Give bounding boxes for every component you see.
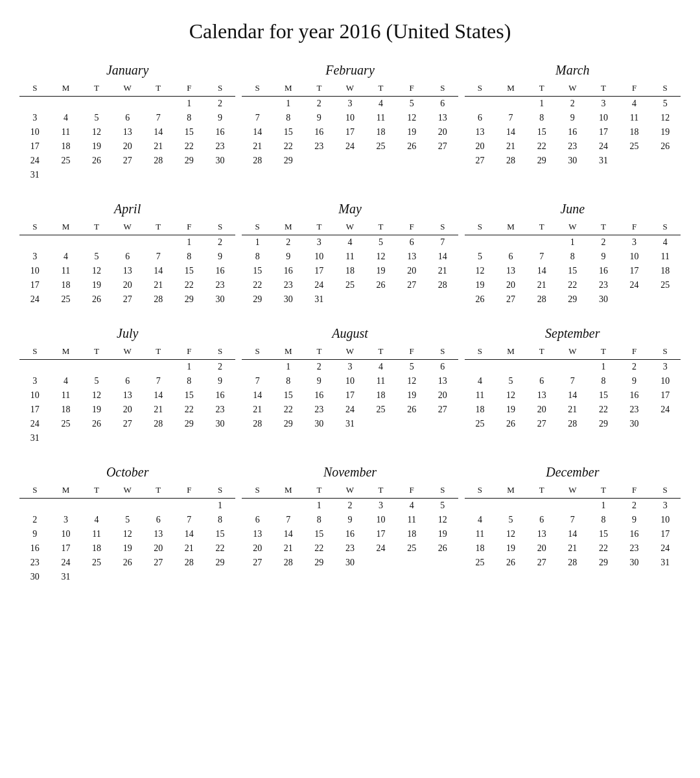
day-cell: 20	[396, 264, 427, 278]
day-cell	[112, 168, 143, 182]
day-cell	[526, 235, 557, 250]
day-cell	[51, 431, 82, 445]
table-row: 891011121314	[242, 250, 458, 264]
table-row: 123	[465, 360, 681, 375]
day-cell: 25	[465, 556, 496, 570]
table-row: 20212223242526	[242, 541, 458, 556]
day-cell: 11	[51, 125, 82, 139]
day-header: S	[205, 220, 236, 235]
day-cell: 19	[81, 278, 112, 292]
day-cell: 27	[112, 292, 143, 307]
day-cell: 8	[174, 111, 205, 125]
day-header: S	[242, 484, 273, 499]
month-title: August	[242, 326, 458, 341]
day-cell: 26	[81, 154, 112, 168]
day-cell: 23	[304, 403, 335, 417]
day-cell: 15	[273, 125, 304, 139]
month-title: November	[242, 465, 458, 480]
day-cell: 1	[588, 360, 619, 375]
day-cell: 20	[112, 278, 143, 292]
day-cell	[465, 97, 496, 112]
day-cell: 8	[273, 374, 304, 388]
day-cell: 16	[304, 125, 335, 139]
day-cell: 7	[143, 111, 174, 125]
day-cell: 21	[242, 139, 273, 154]
day-cell: 26	[649, 139, 681, 154]
table-row: 10111213141516	[19, 388, 235, 403]
day-cell: 18	[81, 541, 112, 556]
day-header: W	[112, 220, 143, 235]
day-cell: 24	[334, 403, 366, 417]
table-row: 12345	[242, 499, 458, 513]
day-header: M	[51, 220, 82, 235]
day-cell: 18	[396, 527, 427, 541]
day-cell	[465, 360, 496, 375]
day-cell: 10	[51, 527, 82, 541]
day-header: T	[81, 82, 112, 97]
day-cell: 30	[19, 570, 51, 584]
day-header: T	[366, 484, 397, 499]
month-title: June	[465, 202, 681, 217]
day-cell: 2	[619, 499, 650, 513]
day-cell: 16	[619, 388, 650, 403]
day-cell: 18	[334, 264, 366, 278]
day-cell: 26	[112, 556, 143, 570]
day-cell	[465, 235, 496, 250]
month-title: May	[242, 202, 458, 217]
day-header: F	[174, 484, 205, 499]
day-cell: 22	[588, 403, 619, 417]
month-title: October	[19, 465, 235, 480]
table-row: 24252627282930	[19, 417, 235, 431]
day-cell: 9	[273, 250, 304, 264]
day-cell: 4	[366, 360, 397, 375]
day-cell: 18	[465, 403, 496, 417]
day-cell: 5	[81, 111, 112, 125]
day-cell: 7	[273, 513, 304, 527]
table-row: 2728293031	[465, 154, 681, 168]
day-header: T	[526, 484, 557, 499]
day-cell	[19, 97, 51, 112]
table-row: 3456789	[19, 374, 235, 388]
day-cell: 4	[366, 97, 397, 112]
day-cell: 8	[174, 250, 205, 264]
day-cell: 1	[557, 235, 588, 250]
day-cell: 17	[588, 125, 619, 139]
day-header: M	[51, 484, 82, 499]
day-cell: 18	[51, 403, 82, 417]
day-cell: 16	[205, 125, 236, 139]
day-cell	[495, 360, 526, 375]
day-cell: 7	[143, 374, 174, 388]
day-cell	[334, 292, 366, 307]
day-cell: 31	[19, 168, 51, 182]
day-cell	[205, 431, 236, 445]
day-cell: 21	[427, 264, 458, 278]
month-july: JulySMTWTFS12345678910111213141516171819…	[19, 326, 235, 445]
day-cell: 17	[51, 541, 82, 556]
day-cell: 4	[465, 374, 496, 388]
day-cell: 30	[557, 154, 588, 168]
day-cell	[19, 499, 51, 513]
day-cell: 16	[304, 388, 335, 403]
day-cell: 1	[174, 360, 205, 375]
day-cell	[242, 97, 273, 112]
day-cell: 19	[649, 125, 681, 139]
day-cell: 3	[366, 499, 397, 513]
day-cell: 19	[465, 278, 496, 292]
day-cell	[557, 499, 588, 513]
day-cell: 13	[396, 250, 427, 264]
day-cell: 27	[427, 139, 458, 154]
day-cell: 11	[465, 388, 496, 403]
day-cell: 22	[273, 139, 304, 154]
day-cell: 5	[495, 374, 526, 388]
day-cell: 16	[205, 388, 236, 403]
day-cell: 11	[465, 527, 496, 541]
day-cell: 6	[526, 513, 557, 527]
day-cell	[143, 499, 174, 513]
day-cell: 10	[334, 111, 366, 125]
day-cell: 13	[427, 111, 458, 125]
day-cell	[81, 97, 112, 112]
day-cell: 6	[495, 250, 526, 264]
day-cell: 23	[205, 403, 236, 417]
day-cell	[174, 168, 205, 182]
day-cell: 3	[19, 374, 51, 388]
